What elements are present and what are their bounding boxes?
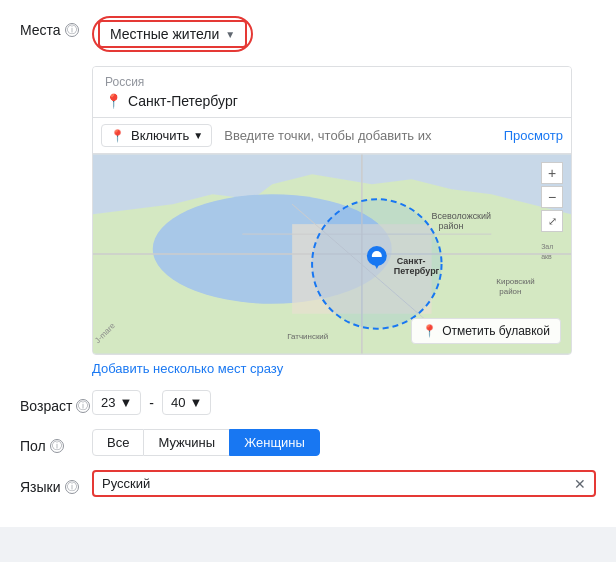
- svg-text:район: район: [499, 287, 521, 296]
- location-city: 📍 Санкт-Петербург: [105, 93, 559, 109]
- location-country: Россия: [105, 75, 559, 89]
- age-from-value: 23: [101, 395, 115, 410]
- language-remove-btn[interactable]: ✕: [574, 476, 586, 492]
- svg-text:Всеволожский: Всеволожский: [432, 211, 491, 221]
- map-pin-button-label: Отметить булавкой: [442, 324, 550, 338]
- map-container: Всеволожский район Санкт- Петербург Киро…: [93, 154, 571, 354]
- age-to-value: 40: [171, 395, 185, 410]
- mesta-dropdown-arrow-icon: ▼: [225, 29, 235, 40]
- mesta-row: Места ⓘ Местные жители ▼: [20, 16, 596, 52]
- map-zoom-in-btn[interactable]: +: [541, 162, 563, 184]
- vozrast-label-text: Возраст: [20, 398, 72, 414]
- lang-row: Языки ⓘ Русский ✕: [20, 470, 596, 497]
- vozrast-info-icon[interactable]: ⓘ: [76, 399, 90, 413]
- vozrast-label: Возраст ⓘ: [20, 392, 92, 414]
- yazyki-info-icon[interactable]: ⓘ: [65, 480, 79, 494]
- location-city-text: Санкт-Петербург: [128, 93, 238, 109]
- gender-all-btn[interactable]: Все: [92, 429, 144, 456]
- browse-button[interactable]: Просмотр: [504, 128, 563, 143]
- gender-male-btn[interactable]: Мужчины: [144, 429, 229, 456]
- svg-text:Зал: Зал: [541, 243, 553, 250]
- mesta-label-text: Места: [20, 22, 61, 38]
- mesta-label: Места ⓘ: [20, 16, 92, 38]
- language-tag: Русский: [102, 476, 150, 491]
- gender-female-btn[interactable]: Женщины: [229, 429, 320, 456]
- location-header: Россия 📍 Санкт-Петербург: [93, 67, 571, 118]
- map-fullscreen-btn[interactable]: ⤢: [541, 210, 563, 232]
- map-zoom-out-btn[interactable]: −: [541, 186, 563, 208]
- pol-label: Пол ⓘ: [20, 432, 92, 454]
- svg-text:акв: акв: [541, 253, 552, 260]
- location-search-input[interactable]: [218, 125, 497, 146]
- age-row: Возраст ⓘ 23 ▼ - 40 ▼: [20, 390, 596, 415]
- mesta-dropdown-wrapper: Местные жители ▼: [92, 16, 253, 52]
- map-pin-button[interactable]: 📍 Отметить булавкой: [411, 318, 561, 344]
- map-pin-icon: 📍: [422, 324, 437, 338]
- svg-text:Кировский: Кировский: [496, 277, 534, 286]
- mesta-dropdown-label: Местные жители: [110, 26, 219, 42]
- mesta-dropdown[interactable]: Местные жители ▼: [98, 20, 247, 48]
- add-places-link[interactable]: Добавить несколько мест сразу: [92, 361, 596, 376]
- svg-text:Гатчинский: Гатчинский: [287, 332, 328, 341]
- svg-text:Санкт-: Санкт-: [397, 256, 426, 266]
- language-input-wrap: Русский ✕: [92, 470, 596, 497]
- pol-label-text: Пол: [20, 438, 46, 454]
- location-pin-icon: 📍: [105, 93, 122, 109]
- include-arrow-icon: ▼: [193, 130, 203, 141]
- gender-row: Пол ⓘ Все Мужчины Женщины: [20, 429, 596, 456]
- location-section: Россия 📍 Санкт-Петербург 📍 Включить ▼ Пр…: [92, 66, 572, 355]
- age-from-select[interactable]: 23 ▼: [92, 390, 141, 415]
- svg-text:район: район: [439, 221, 464, 231]
- mesta-info-icon[interactable]: ⓘ: [65, 23, 79, 37]
- gender-buttons: Все Мужчины Женщины: [92, 429, 320, 456]
- yazyki-label-text: Языки: [20, 479, 61, 495]
- include-pin-icon: 📍: [110, 129, 125, 143]
- yazyki-label: Языки ⓘ: [20, 473, 92, 495]
- map-controls: + − ⤢: [541, 162, 563, 232]
- include-row: 📍 Включить ▼ Просмотр: [93, 118, 571, 154]
- age-from-arrow-icon: ▼: [119, 395, 132, 410]
- pol-info-icon[interactable]: ⓘ: [50, 439, 64, 453]
- include-btn-label: Включить: [131, 128, 189, 143]
- age-to-select[interactable]: 40 ▼: [162, 390, 211, 415]
- age-to-arrow-icon: ▼: [189, 395, 202, 410]
- include-btn[interactable]: 📍 Включить ▼: [101, 124, 212, 147]
- age-dash: -: [149, 395, 154, 411]
- svg-text:Петербург: Петербург: [394, 266, 440, 276]
